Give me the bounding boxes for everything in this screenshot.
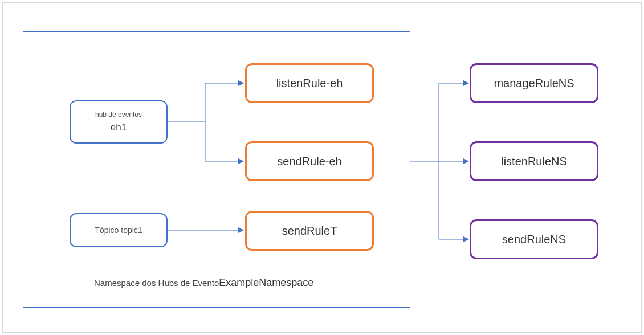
svg-marker-6 [463, 236, 469, 242]
svg-marker-4 [463, 80, 469, 86]
connector-ns-to-rules [0, 0, 644, 335]
svg-marker-5 [463, 158, 469, 164]
